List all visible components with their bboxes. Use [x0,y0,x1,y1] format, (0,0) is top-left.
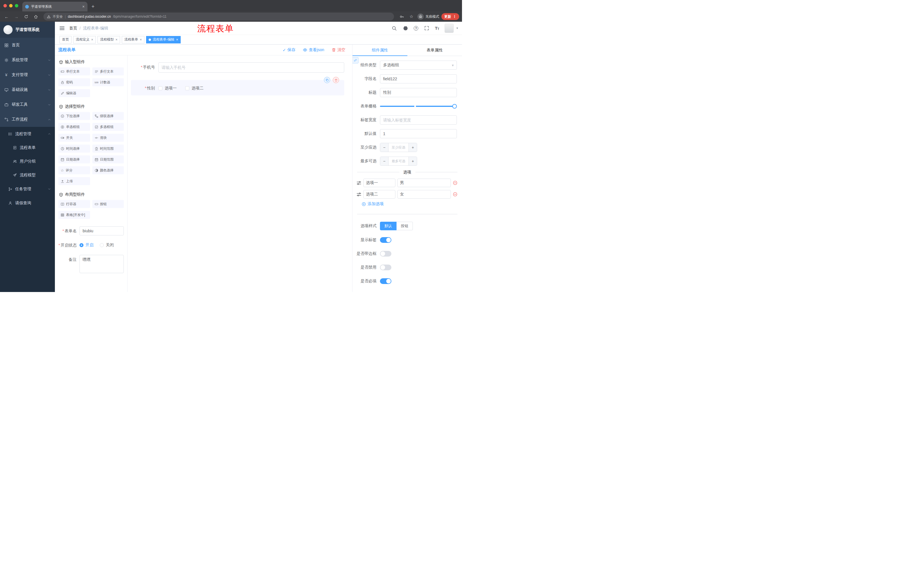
drag-handle-icon[interactable] [356,192,361,197]
browser-tab[interactable]: 芋道管理系统 × [22,2,87,12]
bookmark-star-icon[interactable]: ☆ [408,13,415,20]
tag-process-definition[interactable]: 流程定义 × [73,36,96,43]
option-name-input[interactable] [363,179,395,187]
title-input[interactable] [380,88,457,97]
key-icon[interactable] [398,13,405,20]
sidebar-item-workflow[interactable]: 工作流程 [0,112,55,127]
remark-textarea[interactable]: 嘿嘿 [79,255,124,273]
component-item-table[interactable]: 表格[开发中] [58,211,90,219]
increase-button[interactable]: + [409,143,417,152]
sidebar-item-process-model[interactable]: 流程模型 [0,168,55,182]
slider-handle[interactable] [452,104,457,109]
window-minimize-button[interactable] [9,4,13,7]
component-item-color-picker[interactable]: 颜色选择 [92,166,124,174]
reload-icon[interactable] [22,13,30,20]
component-item-counter[interactable]: 123 计数器 [92,78,124,86]
component-item-checkbox-group[interactable]: 多选框组 [92,123,124,131]
forward-icon[interactable]: → [13,13,20,20]
component-item-date-picker[interactable]: 日期选择 [58,155,90,163]
component-item-editor[interactable]: 编辑器 [58,89,90,97]
browser-update-button[interactable]: 更新 ⋮ [441,13,459,20]
option-value-input[interactable] [398,179,451,187]
required-switch[interactable] [380,278,391,284]
tag-close-icon[interactable]: × [140,38,142,42]
option-style-default-button[interactable]: 默认 [380,222,396,230]
canvas-field-phone[interactable]: *手机号 [131,62,344,72]
avatar-caret-icon[interactable]: ▾ [456,26,458,30]
canvas-field-gender-selected[interactable]: *性别 选项一 选项二 [131,80,344,95]
component-item-cascader[interactable]: 级联选择 [92,112,124,120]
sidebar-item-process-form[interactable]: 流程表单 [0,141,55,155]
phone-input[interactable] [158,62,344,72]
drag-handle-icon[interactable] [356,181,361,186]
font-size-icon[interactable]: TT [435,26,439,31]
sidebar-item-system[interactable]: 系统管理 [0,53,55,67]
option-name-input[interactable] [363,190,395,199]
component-item-rate[interactable]: ☆ 评分 [58,166,90,174]
delete-component-button[interactable] [333,77,339,83]
window-close-button[interactable] [3,4,7,7]
sidebar-item-payment[interactable]: ¥ 支付管理 [0,67,55,82]
tag-close-icon[interactable]: × [91,38,93,42]
sidebar-item-dev-tools[interactable]: 研发工具 [0,97,55,112]
fullscreen-icon[interactable] [424,25,429,31]
component-item-password[interactable]: 密码 [58,78,90,86]
border-switch[interactable] [380,251,391,257]
gender-checkbox-option-2[interactable]: 选项二 [185,86,203,91]
clear-button[interactable]: 清空 [332,48,345,53]
home-icon[interactable] [32,13,40,20]
min-select-input[interactable] [388,143,409,152]
status-radio-on[interactable]: 开启 [79,243,94,248]
remove-option-icon[interactable] [453,192,457,197]
component-item-upload[interactable]: 上传 [58,177,90,185]
sidebar-item-home[interactable]: 首页 [0,38,55,53]
component-item-slider[interactable]: 滑块 [92,134,124,142]
component-item-radio-group[interactable]: 单选框组 [58,123,90,131]
component-item-date-range[interactable]: 日期范围 [92,155,124,163]
max-select-input[interactable] [388,157,409,165]
tab-component-props[interactable]: 组件属性 [353,44,408,56]
show-label-switch[interactable] [380,237,391,243]
component-item-select[interactable]: 下拉选择 [58,112,90,120]
decrease-button[interactable]: − [380,157,388,165]
label-width-input[interactable] [380,115,457,125]
sidebar-item-leave-query[interactable]: 请假查询 [0,196,55,210]
new-tab-button[interactable]: + [91,4,95,12]
tab-form-props[interactable]: 表单属性 [408,44,462,56]
component-item-row-container[interactable]: 行容器 [58,200,90,208]
component-item-switch[interactable]: 开关 [58,134,90,142]
sidebar-item-process-mgmt[interactable]: 流程管理 [0,127,55,141]
tag-process-model[interactable]: 流程模型 × [97,36,120,43]
sidebar-item-task-mgmt[interactable]: 任务管理 [0,182,55,196]
tag-close-icon[interactable]: × [176,38,178,42]
add-option-button[interactable]: 添加选项 [361,201,462,207]
menu-toggle-icon[interactable] [59,25,65,31]
github-icon[interactable] [403,25,408,31]
view-json-button[interactable]: 查看json [303,48,324,53]
gender-checkbox-option-1[interactable]: 选项一 [158,86,177,91]
component-item-single-line-text[interactable]: 单行文本 [58,67,90,76]
tab-close-icon[interactable]: × [82,4,85,9]
component-item-time-picker[interactable]: 时间选择 [58,145,90,153]
grid-slider[interactable] [380,102,457,111]
field-name-input[interactable] [380,74,457,84]
help-icon[interactable]: ? [414,26,418,31]
option-style-button-button[interactable]: 按钮 [396,222,413,230]
save-button[interactable]: ✓ 保存 [283,48,295,53]
option-value-input[interactable] [398,190,451,199]
tag-process-form[interactable]: 流程表单 × [122,36,144,43]
address-bar[interactable]: 不安全 | dashboard.yudao.iocoder.cn/bpm/man… [43,13,394,21]
increase-button[interactable]: + [409,157,417,165]
copy-component-button[interactable] [324,77,330,83]
form-name-input[interactable] [79,226,124,235]
link-icon[interactable] [353,57,358,63]
breadcrumb-root[interactable]: 首页 [69,26,77,31]
window-zoom-button[interactable] [15,4,18,7]
disabled-switch[interactable] [380,265,391,270]
checkbox-icon[interactable] [158,86,162,90]
component-item-time-range[interactable]: 时间范围 [92,145,124,153]
back-icon[interactable]: ← [3,13,10,20]
tag-process-form-edit[interactable]: 流程表单-编辑 × [146,36,181,43]
component-type-select[interactable]: 多选框组 ▾ [380,61,457,70]
sidebar-item-user-groups[interactable]: 用户分组 [0,155,55,168]
